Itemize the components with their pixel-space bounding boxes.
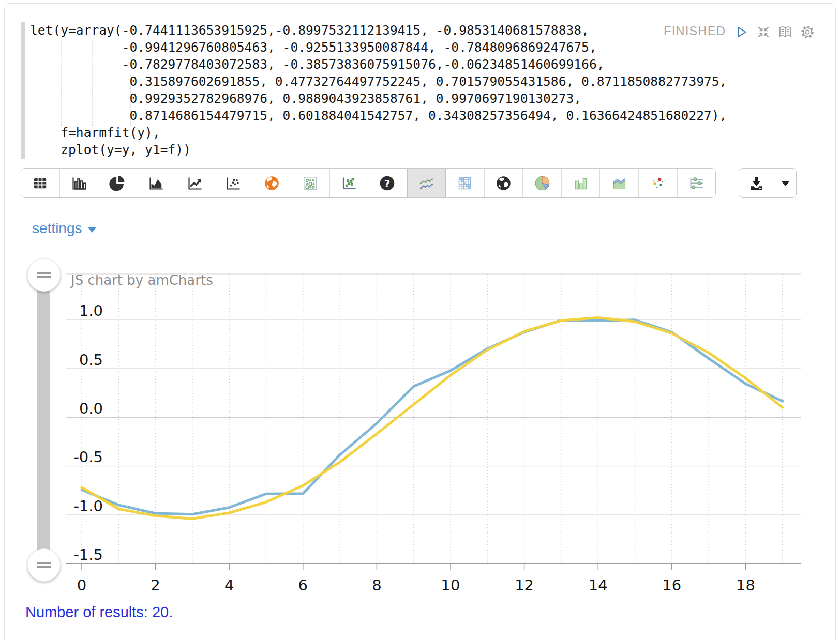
x-axis-tick-label: 4 (224, 576, 234, 594)
x-axis-tick-label: 18 (736, 576, 755, 594)
x-axis-tick-label: 6 (298, 576, 308, 594)
y-axis-tick-label: 0.0 (79, 400, 103, 417)
y-axis-tick-label: -1.0 (73, 497, 103, 515)
y-axis-tick-label: -1.5 (73, 546, 103, 563)
series-y1-line (82, 317, 783, 519)
amcharts-line-chart: 1.00.50.0-0.5-1.0-1.5024681012141618JS c… (0, 0, 840, 640)
x-axis-tick-label: 0 (77, 576, 86, 594)
y-axis-tick-label: -0.5 (73, 448, 103, 466)
chart-scrollbar-handle-top[interactable] (27, 258, 61, 292)
x-axis-tick-label: 2 (151, 576, 160, 594)
y-axis-tick-label: 0.5 (79, 351, 103, 369)
chart-watermark-title: JS chart by amCharts (70, 272, 213, 288)
x-axis-tick-label: 14 (589, 576, 608, 594)
chart-scrollbar-handle-bottom[interactable] (27, 548, 61, 582)
results-count-text: Number of results: 20. (25, 604, 173, 621)
x-axis-tick-label: 10 (441, 576, 460, 594)
y-axis-tick-label: 1.0 (79, 302, 103, 319)
x-axis-tick-label: 8 (372, 576, 381, 594)
x-axis-tick-label: 16 (662, 576, 681, 594)
x-axis-tick-label: 12 (515, 576, 534, 594)
